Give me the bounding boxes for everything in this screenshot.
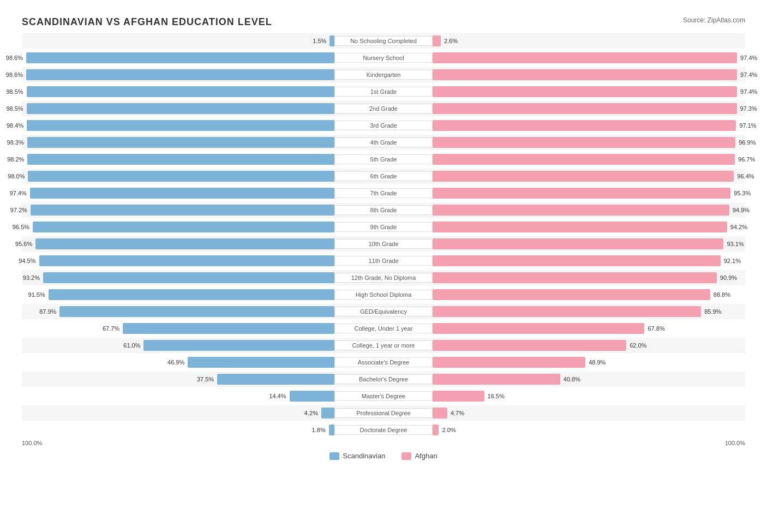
right-value-label: 88.8% bbox=[711, 291, 730, 298]
afghan-bar: 93.1% bbox=[433, 238, 723, 249]
bar-row: 97.4% 7th Grade 95.3% bbox=[22, 186, 745, 201]
bar-wrapper: 87.9% GED/Equivalency 85.9% bbox=[22, 304, 745, 319]
bar-wrapper: 61.0% College, 1 year or more 62.0% bbox=[22, 338, 745, 353]
bar-row: 94.5% 11th Grade 92.1% bbox=[22, 253, 745, 268]
left-section: 98.0% bbox=[22, 169, 334, 184]
afghan-bar: 92.1% bbox=[433, 255, 721, 266]
left-value-label: 93.2% bbox=[23, 274, 42, 281]
right-section: 62.0% bbox=[433, 338, 745, 353]
right-section: 16.5% bbox=[433, 388, 745, 404]
left-value-label: 87.9% bbox=[39, 308, 58, 315]
scandinavian-bar: 98.6% bbox=[26, 52, 334, 63]
education-level-label: 8th Grade bbox=[334, 205, 433, 215]
right-section: 97.1% bbox=[433, 118, 745, 133]
left-value-label: 46.9% bbox=[167, 359, 187, 366]
scandinavian-bar: 97.2% bbox=[31, 205, 334, 216]
right-axis-label: 100.0% bbox=[725, 440, 745, 446]
bar-wrapper: 46.9% Associate's Degree 48.9% bbox=[22, 355, 745, 370]
education-level-label: College, Under 1 year bbox=[334, 324, 433, 333]
bar-wrapper: 98.5% 2nd Grade 97.3% bbox=[22, 101, 745, 116]
afghan-bar: 97.4% bbox=[433, 86, 737, 97]
bar-wrapper: 37.5% Bachelor's Degree 40.8% bbox=[22, 372, 745, 387]
right-value-label: 96.9% bbox=[736, 139, 756, 146]
scandinavian-bar: 4.2% bbox=[321, 408, 334, 419]
bar-row: 98.0% 6th Grade 96.4% bbox=[22, 169, 745, 184]
legend-scandinavian-label: Scandinavian bbox=[343, 452, 385, 460]
bar-wrapper: 98.2% 5th Grade 96.7% bbox=[22, 152, 745, 167]
education-level-label: College, 1 year or more bbox=[334, 340, 433, 350]
bar-wrapper: 97.4% 7th Grade 95.3% bbox=[22, 186, 745, 201]
bar-wrapper: 4.2% Professional Degree 4.7% bbox=[22, 405, 745, 421]
right-value-label: 96.7% bbox=[736, 156, 755, 163]
afghan-bar: 96.9% bbox=[433, 137, 735, 148]
right-section: 2.0% bbox=[433, 422, 745, 438]
education-level-label: 1st Grade bbox=[334, 87, 433, 97]
education-level-label: High School Diploma bbox=[334, 290, 433, 300]
bar-row: 46.9% Associate's Degree 48.9% bbox=[22, 355, 745, 370]
bar-wrapper: 14.4% Master's Degree 16.5% bbox=[22, 388, 745, 404]
left-section: 37.5% bbox=[22, 372, 334, 387]
scandinavian-bar: 98.5% bbox=[27, 103, 334, 114]
bar-wrapper: 95.6% 10th Grade 93.1% bbox=[22, 236, 745, 252]
afghan-bar: 97.3% bbox=[433, 103, 737, 114]
bar-row: 14.4% Master's Degree 16.5% bbox=[22, 388, 745, 404]
left-value-label: 98.2% bbox=[7, 156, 26, 163]
scandinavian-bar: 91.5% bbox=[49, 289, 334, 300]
scandinavian-bar: 98.3% bbox=[27, 137, 334, 148]
education-level-label: Kindergarten bbox=[334, 70, 433, 80]
right-value-label: 97.4% bbox=[738, 71, 757, 78]
left-value-label: 94.5% bbox=[19, 258, 38, 264]
legend-afghan: Afghan bbox=[402, 452, 437, 460]
scandinavian-bar: 1.8% bbox=[329, 425, 334, 435]
left-value-label: 4.2% bbox=[304, 410, 320, 416]
right-value-label: 92.1% bbox=[722, 258, 741, 264]
afghan-bar: 16.5% bbox=[433, 391, 484, 402]
scandinavian-bar: 98.5% bbox=[27, 86, 334, 97]
bar-row: 98.5% 2nd Grade 97.3% bbox=[22, 101, 745, 116]
bar-wrapper: 97.2% 8th Grade 94.9% bbox=[22, 202, 745, 218]
education-level-label: 12th Grade, No Diploma bbox=[334, 273, 433, 283]
afghan-bar: 96.7% bbox=[433, 154, 735, 165]
bar-wrapper: 67.7% College, Under 1 year 67.8% bbox=[22, 321, 745, 336]
scandinavian-bar: 14.4% bbox=[290, 391, 335, 402]
education-level-label: No Schooling Completed bbox=[334, 36, 433, 46]
left-section: 1.8% bbox=[22, 422, 334, 438]
right-value-label: 93.1% bbox=[724, 241, 744, 247]
afghan-bar: 95.3% bbox=[433, 188, 730, 199]
right-section: 85.9% bbox=[433, 304, 745, 319]
afghan-bar: 94.9% bbox=[433, 205, 729, 216]
left-section: 98.2% bbox=[22, 152, 334, 167]
right-section: 90.9% bbox=[433, 270, 745, 285]
left-value-label: 37.5% bbox=[197, 376, 216, 382]
left-section: 61.0% bbox=[22, 338, 334, 353]
afghan-bar: 97.1% bbox=[433, 120, 736, 131]
afghan-bar: 62.0% bbox=[433, 340, 626, 351]
right-value-label: 62.0% bbox=[627, 342, 646, 349]
right-section: 97.4% bbox=[433, 50, 745, 65]
right-value-label: 2.0% bbox=[440, 427, 456, 433]
left-section: 94.5% bbox=[22, 253, 334, 268]
scandinavian-bar: 98.0% bbox=[28, 171, 334, 182]
education-level-label: 3rd Grade bbox=[334, 121, 433, 130]
left-value-label: 61.0% bbox=[123, 342, 142, 349]
left-section: 98.5% bbox=[22, 101, 334, 116]
afghan-bar: 2.0% bbox=[433, 425, 439, 435]
right-value-label: 85.9% bbox=[702, 308, 721, 315]
bar-row: 37.5% Bachelor's Degree 40.8% bbox=[22, 372, 745, 387]
right-value-label: 40.8% bbox=[561, 376, 580, 382]
bar-row: 61.0% College, 1 year or more 62.0% bbox=[22, 338, 745, 353]
left-value-label: 98.6% bbox=[6, 71, 25, 78]
right-value-label: 94.9% bbox=[730, 207, 750, 213]
left-value-label: 67.7% bbox=[103, 325, 122, 332]
left-value-label: 98.4% bbox=[7, 122, 26, 129]
scandinavian-bar: 98.2% bbox=[27, 154, 334, 165]
scandinavian-bar: 37.5% bbox=[217, 374, 334, 385]
right-value-label: 67.8% bbox=[645, 325, 664, 332]
scandinavian-bar: 94.5% bbox=[39, 255, 334, 266]
left-section: 98.4% bbox=[22, 118, 334, 133]
afghan-bar: 2.6% bbox=[433, 35, 441, 46]
left-value-label: 91.5% bbox=[28, 291, 47, 298]
education-level-label: GED/Equivalency bbox=[334, 307, 433, 316]
left-value-label: 95.6% bbox=[15, 241, 34, 247]
legend-scandinavian: Scandinavian bbox=[329, 452, 385, 460]
